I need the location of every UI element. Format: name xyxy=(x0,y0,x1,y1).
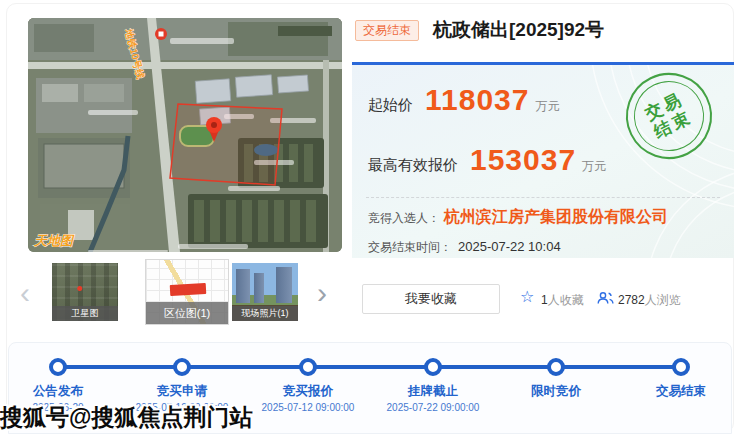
page-title: 杭政储出[2025]92号 xyxy=(433,17,604,43)
viewers-icon xyxy=(597,291,614,305)
timeline-step-label: 挂牌截止 xyxy=(383,383,483,400)
end-time-value: 2025-07-22 10:04 xyxy=(458,239,561,254)
end-time-label: 交易结束时间： xyxy=(368,239,452,256)
start-price-label: 起始价 xyxy=(368,96,413,115)
thumbs-next-arrow[interactable]: › xyxy=(317,278,327,308)
sohu-watermark: 搜狐号@搜狐焦点荆门站 xyxy=(0,402,252,433)
timeline-node-announce xyxy=(49,358,67,376)
parcel-outline xyxy=(170,104,282,185)
transaction-info-panel: 起始价 118037 万元 最高有效报价 153037 万元 交易 结束 竞得入… xyxy=(352,62,734,258)
deal-closed-stamp-inner: 交易 结束 xyxy=(622,69,716,163)
favorite-count[interactable]: 1 人收藏 xyxy=(541,292,584,309)
timeline-node-bid xyxy=(299,358,317,376)
thumb-location-map[interactable]: 区位图(1) xyxy=(145,259,229,325)
view-count-number: 2782 xyxy=(618,293,645,307)
timeline-node-closed xyxy=(672,358,690,376)
thumb-location-label: 区位图(1) xyxy=(146,302,228,324)
timeline-node-deadline xyxy=(424,358,442,376)
thumb-photo-tower xyxy=(276,267,292,303)
thumb-location-parcel xyxy=(170,283,207,296)
timeline-node-limited xyxy=(547,358,565,376)
start-price-row: 起始价 118037 万元 xyxy=(368,83,559,117)
star-icon[interactable]: ☆ xyxy=(520,287,534,306)
deal-closed-stamp: 交易 结束 xyxy=(612,59,727,174)
timeline-step-date: 2025-07-22 09:00:00 xyxy=(375,402,491,413)
thumb-satellite[interactable]: 卫星图 xyxy=(52,263,118,321)
favorite-count-suffix: 人收藏 xyxy=(548,292,584,309)
tianditu-logo: 天地图 xyxy=(33,233,75,248)
satellite-map-image: 地铁10号线 天地图 xyxy=(28,18,342,252)
timeline-line xyxy=(58,365,681,369)
highest-bid-value: 153037 xyxy=(470,143,576,177)
start-price-unit: 万元 xyxy=(535,98,559,115)
favorite-count-number: 1 xyxy=(541,293,548,307)
highest-bid-row: 最高有效报价 153037 万元 xyxy=(368,143,606,177)
winner-label: 竞得入选人： xyxy=(368,210,440,227)
hospital-icon xyxy=(155,28,167,40)
timeline-step-label: 公告发布 xyxy=(8,383,108,400)
view-count-suffix: 人浏览 xyxy=(645,292,681,309)
timeline-step-label: 交易结束 xyxy=(631,383,731,400)
timeline-step-label: 竞买申请 xyxy=(132,383,232,400)
thumb-site-photo[interactable]: 现场照片(1) xyxy=(232,263,298,321)
thumb-photo-tower xyxy=(254,273,264,303)
satellite-map[interactable]: 地铁10号线 天地图 xyxy=(28,18,342,252)
start-price-value: 118037 xyxy=(425,83,529,117)
winner-name: 杭州滨江房产集团股份有限公司 xyxy=(444,207,668,228)
highest-bid-unit: 万元 xyxy=(582,158,606,175)
thumbs-prev-arrow[interactable]: ‹ xyxy=(20,278,30,308)
thumb-satellite-label: 卫星图 xyxy=(52,306,118,321)
view-count: 2782 人浏览 xyxy=(618,292,681,309)
dashed-divider xyxy=(366,197,720,198)
timeline-step-date: 2025-07-12 09:00:00 xyxy=(250,402,366,413)
end-time-row: 交易结束时间： 2025-07-22 10:04 xyxy=(368,239,561,256)
status-badge: 交易结束 xyxy=(355,20,419,41)
favorite-button[interactable]: 我要收藏 xyxy=(362,284,500,314)
thumb-photo-tower xyxy=(236,269,250,303)
timeline-step-label: 限时竞价 xyxy=(506,383,606,400)
highest-bid-label: 最高有效报价 xyxy=(368,156,458,175)
timeline-step-label: 竞买报价 xyxy=(258,383,358,400)
winner-row: 竞得入选人： 杭州滨江房产集团股份有限公司 xyxy=(368,207,668,228)
timeline-node-apply xyxy=(173,358,191,376)
thumb-photo-label: 现场照片(1) xyxy=(232,306,298,321)
